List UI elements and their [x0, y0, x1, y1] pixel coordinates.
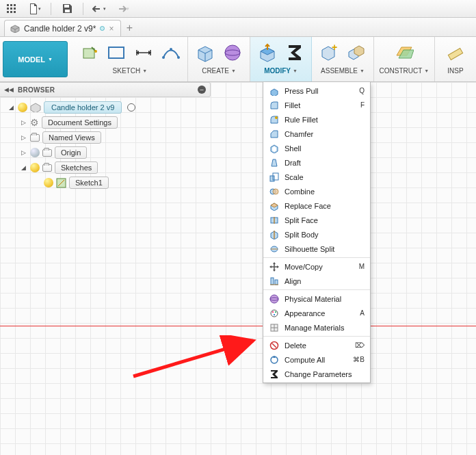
document-tabstrip: Candle holder 2 v9* × + [0, 18, 476, 37]
menu-item-shell[interactable]: Shell [263, 141, 370, 155]
bulb-icon[interactable] [18, 103, 27, 112]
construct-plane-button[interactable] [393, 41, 416, 64]
svg-rect-5 [14, 8, 16, 10]
chamfer-icon [269, 129, 280, 140]
manage-materials-icon [269, 322, 280, 333]
compute-all-icon [269, 354, 280, 365]
menu-item-split-body[interactable]: Split Body [263, 227, 370, 242]
expand-icon[interactable]: ◢ [7, 104, 15, 111]
svg-point-38 [272, 311, 274, 313]
assemble-new-component-button[interactable]: + [317, 41, 341, 64]
expand-icon[interactable]: ▷ [19, 149, 27, 156]
rule-fillet-icon [269, 114, 280, 125]
svg-point-15 [177, 56, 180, 59]
menu-item-replace-face[interactable]: Replace Face [263, 198, 370, 213]
menu-item-appearance[interactable]: AppearanceA [263, 306, 370, 320]
scale-icon [269, 172, 280, 183]
menu-item-move-copy[interactable]: Move/CopyM [263, 259, 370, 274]
menu-item-silhouette-split[interactable]: Silhouette Split [263, 242, 370, 256]
tree-node-document-settings[interactable]: ▷ ⚙ Document Settings [7, 115, 211, 130]
ribbon-label[interactable]: MODIFY [264, 67, 291, 75]
expand-icon[interactable]: ▷ [19, 134, 27, 141]
svg-rect-0 [7, 4, 9, 6]
menu-item-label: Align [285, 277, 301, 285]
new-file-button[interactable]: ▾ [27, 1, 42, 16]
tree-node-label: Origin [55, 146, 87, 159]
ribbon-label[interactable]: SKETCH [113, 67, 141, 75]
menu-item-label: Move/Copy [285, 263, 323, 271]
menu-item-rule-fillet[interactable]: Rule Fillet [263, 112, 370, 127]
browser-header[interactable]: ◀◀ BROWSER – [0, 82, 211, 97]
separator [83, 3, 83, 15]
bulb-icon[interactable] [30, 148, 40, 157]
menu-item-align[interactable]: Align [263, 274, 370, 288]
bulb-icon[interactable] [44, 178, 53, 187]
svg-point-17 [225, 45, 240, 60]
expand-icon[interactable]: ◢ [19, 164, 27, 171]
menu-item-press-pull[interactable]: Press PullQ [263, 83, 370, 98]
ribbon-label[interactable]: CONSTRUCT [380, 67, 423, 75]
menu-item-delete[interactable]: Delete⌦ [263, 338, 370, 352]
tree-node-sketches[interactable]: ◢ Sketches [7, 160, 211, 175]
split-body-icon [269, 229, 280, 240]
svg-rect-3 [7, 8, 9, 10]
canvas[interactable]: ◀◀ BROWSER – ◢ Candle holder 2 v9 ▷ ⚙ Do… [0, 82, 476, 455]
modify-presspull-button[interactable] [256, 41, 279, 64]
tree-node-sketch1[interactable]: Sketch1 [7, 175, 211, 190]
ribbon-label[interactable]: CREATE [202, 67, 229, 75]
bulb-icon[interactable] [30, 163, 40, 172]
menu-item-physical-material[interactable]: Physical Material [263, 291, 370, 306]
menu-item-label: Appearance [285, 309, 325, 317]
move-copy-icon [269, 261, 280, 272]
svg-line-47 [133, 341, 253, 376]
inspect-measure-button[interactable] [444, 41, 467, 64]
modify-sigma-button[interactable] [283, 41, 306, 64]
close-tab-button[interactable]: × [109, 24, 114, 34]
physical-material-icon [269, 294, 280, 304]
create-sphere-button[interactable] [221, 41, 244, 64]
tree-node-named-views[interactable]: ▷ Named Views [7, 130, 211, 145]
create-sketch-button[interactable] [77, 41, 101, 64]
browser-options-icon[interactable]: – [198, 86, 206, 94]
replace-face-icon [269, 200, 280, 211]
menu-item-chamfer[interactable]: Chamfer [263, 127, 370, 141]
workspace-switcher[interactable]: MODEL▼ [3, 41, 68, 77]
undo-button[interactable]: ▾ [92, 1, 107, 16]
save-button[interactable] [60, 1, 75, 16]
ribbon-label[interactable]: ASSEMBLE [321, 67, 358, 75]
collapse-icon[interactable]: ◀◀ [4, 86, 14, 93]
browser-panel: ◀◀ BROWSER – ◢ Candle holder 2 v9 ▷ ⚙ Do… [0, 82, 211, 193]
menu-item-draft[interactable]: Draft [263, 155, 370, 170]
appearance-icon [269, 308, 280, 319]
menu-item-label: Compute All [285, 356, 325, 364]
expand-icon[interactable]: ▷ [19, 119, 27, 126]
menu-separator [263, 257, 370, 258]
new-tab-button[interactable]: + [121, 20, 137, 36]
create-extrude-button[interactable] [194, 41, 217, 64]
fillet-icon [269, 100, 280, 111]
sketch-dimension-button[interactable] [132, 41, 155, 64]
quick-access-toolbar: ▾ ▾ ▾ [0, 0, 476, 18]
folder-icon [42, 149, 52, 157]
menu-item-change-parameters[interactable]: Change Parameters [263, 367, 370, 381]
sketch-spline-button[interactable] [159, 41, 183, 64]
assemble-joint-button[interactable] [345, 41, 368, 64]
menu-item-scale[interactable]: Scale [263, 170, 370, 184]
menu-item-manage-materials[interactable]: Manage Materials [263, 320, 370, 335]
menu-item-fillet[interactable]: FilletF [263, 98, 370, 112]
document-tab[interactable]: Candle holder 2 v9* × [4, 20, 121, 36]
menu-item-compute-all[interactable]: Compute All⌘B [263, 352, 370, 367]
tree-node-origin[interactable]: ▷ Origin [7, 145, 211, 160]
tree-root-row[interactable]: ◢ Candle holder 2 v9 [7, 100, 211, 115]
menu-item-label: Press Pull [285, 87, 319, 95]
ribbon-group-construct: CONSTRUCT▼ [374, 37, 435, 81]
menu-item-split-face[interactable]: Split Face [263, 213, 370, 227]
record-ring-icon[interactable] [127, 103, 135, 112]
sketch-rectangle-button[interactable] [105, 41, 128, 64]
ribbon-group-assemble: + ASSEMBLE▼ [312, 37, 374, 81]
draft-icon [269, 157, 280, 168]
redo-button[interactable]: ▾ [115, 1, 130, 16]
menu-item-combine[interactable]: Combine [263, 184, 370, 198]
ribbon-label[interactable]: INSP [447, 67, 463, 75]
apps-grid-icon[interactable] [4, 1, 19, 16]
